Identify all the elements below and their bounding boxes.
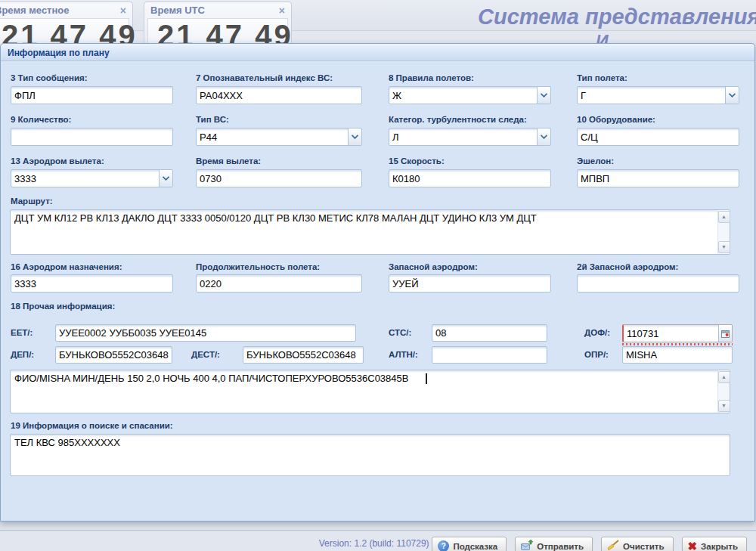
version-text: Version: 1.2 (build: 110729) xyxy=(319,538,429,549)
clock-utc-title: Время UTC xyxy=(150,5,205,16)
label-destination-aerodrome: 16 Аэродром назначения: xyxy=(11,262,122,271)
other-info-textarea[interactable]: ФИО/MISHA МИН/ДЕНЬ 150 2,0 НОЧЬ 400 4,0 … xyxy=(10,370,730,413)
speed-input[interactable] xyxy=(389,169,551,187)
label-dof: ДОФ/: xyxy=(584,328,610,337)
scroll-up-icon[interactable]: ▲ xyxy=(718,371,730,383)
label-route: Маршрут: xyxy=(11,197,53,206)
close-button[interactable]: ✖ Закрыть xyxy=(682,537,747,551)
label-dep: ДЕП/: xyxy=(11,350,34,359)
label-aircraft-id: 7 Опознавательный индекс ВС: xyxy=(196,73,333,82)
dialog-title: Информация по плану xyxy=(1,44,754,61)
equipment-input[interactable] xyxy=(577,128,739,146)
sar-info-field: ТЕЛ КВС 985ХХХХХХХ xyxy=(10,434,730,476)
label-departure-time: Время вылета: xyxy=(196,156,261,166)
label-equipment: 10 Оборудование: xyxy=(577,115,655,124)
flight-duration-input[interactable] xyxy=(196,274,362,293)
label-number: 9 Количество: xyxy=(11,115,71,124)
eet-input[interactable] xyxy=(55,324,356,342)
scroll-down-icon[interactable]: ▼ xyxy=(718,400,730,412)
label-second-alternate-aerodrome: 2й Запасной аэродром: xyxy=(577,262,678,271)
calendar-icon[interactable] xyxy=(718,325,732,342)
text-cursor xyxy=(426,373,427,384)
clock-utc-body: 21 47 49 xyxy=(147,18,288,46)
clock-panel-local: Время местное × 21 47 49 xyxy=(0,2,133,47)
dof-invalid-underline xyxy=(622,343,733,345)
label-eet: ЕЕТ/: xyxy=(11,328,33,337)
aircraft-type-combo[interactable] xyxy=(196,128,362,146)
label-departure-aerodrome: 13 Аэродром вылета: xyxy=(11,156,104,166)
send-icon xyxy=(521,540,533,551)
number-input[interactable] xyxy=(11,128,173,146)
help-button-label: Подсказка xyxy=(453,542,497,551)
close-icon: ✖ xyxy=(688,540,698,551)
help-icon: ? xyxy=(438,540,449,551)
second-alternate-aerodrome-input[interactable] xyxy=(577,274,739,293)
chevron-down-icon[interactable] xyxy=(537,87,550,104)
scroll-up-icon[interactable]: ▲ xyxy=(718,211,730,223)
msg-type-input[interactable] xyxy=(11,86,173,104)
dialog-toolbar: ? Подсказка Отправить Очистить ✖ Закрыть xyxy=(432,537,747,551)
wake-turbulence-value[interactable] xyxy=(389,128,537,145)
flight-type-combo[interactable] xyxy=(577,86,739,104)
help-button[interactable]: ? Подсказка xyxy=(432,537,507,551)
chevron-down-icon[interactable] xyxy=(348,128,361,145)
close-icon[interactable]: × xyxy=(120,6,126,15)
chevron-down-icon[interactable] xyxy=(537,128,550,145)
route-textarea[interactable]: ДЦТ УМ КЛ12 РВ КЛ13 ДАКЛО ДЦТ 3333 0050/… xyxy=(10,209,730,255)
departure-aerodrome-value[interactable] xyxy=(11,170,159,187)
dep-input[interactable] xyxy=(55,346,172,364)
clear-button-label: Очистить xyxy=(623,542,665,551)
label-aircraft-type: Тип ВС: xyxy=(196,115,229,124)
sar-info-textarea[interactable]: ТЕЛ КВС 985ХХХХХХХ xyxy=(10,434,730,476)
label-wake-turbulence: Категор. турбулентности следа: xyxy=(389,115,527,124)
chevron-down-icon[interactable] xyxy=(725,87,739,104)
scroll-down-icon[interactable]: ▼ xyxy=(718,241,730,253)
departure-time-input[interactable] xyxy=(196,169,362,187)
label-flight-type: Тип полета: xyxy=(577,73,627,82)
label-dest: ДЕСТ/: xyxy=(191,350,220,359)
label-alternate-aerodrome: Запасной аэродром: xyxy=(389,262,478,271)
aircraft-type-value[interactable] xyxy=(197,128,348,145)
clock-local-body: 21 47 49 xyxy=(0,18,129,46)
other-info-field: ФИО/MISHA МИН/ДЕНЬ 150 2,0 НОЧЬ 400 4,0 … xyxy=(10,370,730,413)
scrollbar[interactable]: ▲ ▼ xyxy=(717,370,730,413)
label-opr: ОПР/: xyxy=(584,350,609,359)
label-altn: АЛТН/: xyxy=(389,350,418,359)
flight-plan-dialog: Информация по плану 3 Тип сообщения: 7 О… xyxy=(0,43,755,522)
label-flight-rules: 8 Правила полетов: xyxy=(389,73,474,82)
destination-aerodrome-input[interactable] xyxy=(11,274,173,293)
route-field: ДЦТ УМ КЛ12 РВ КЛ13 ДАКЛО ДЦТ 3333 0050/… xyxy=(10,209,730,255)
altn-input[interactable] xyxy=(432,346,547,364)
label-sts: СТС/: xyxy=(389,328,411,337)
scrollbar[interactable]: ▲ ▼ xyxy=(717,210,730,254)
aircraft-id-input[interactable] xyxy=(196,86,362,104)
flight-rules-value[interactable] xyxy=(389,87,537,104)
send-button[interactable]: Отправить xyxy=(515,537,593,551)
dof-field[interactable] xyxy=(622,324,733,342)
dof-input[interactable] xyxy=(624,325,718,342)
label-flight-duration: Продолжительность полета: xyxy=(196,262,320,271)
flight-type-value[interactable] xyxy=(578,87,725,104)
alternate-aerodrome-input[interactable] xyxy=(389,274,551,293)
broom-icon xyxy=(607,540,619,551)
departure-aerodrome-combo[interactable] xyxy=(11,169,173,187)
opr-input[interactable] xyxy=(622,346,733,364)
clock-local-title: Время местное xyxy=(0,5,70,16)
label-level: Эшелон: xyxy=(577,156,614,166)
chevron-down-icon[interactable] xyxy=(159,170,172,187)
close-icon[interactable]: × xyxy=(279,6,285,15)
send-button-label: Отправить xyxy=(537,542,584,551)
label-speed: 15 Скорость: xyxy=(389,156,445,166)
label-msg-type: 3 Тип сообщения: xyxy=(11,73,88,82)
sts-input[interactable] xyxy=(432,324,547,342)
flight-rules-combo[interactable] xyxy=(389,86,551,104)
wake-turbulence-combo[interactable] xyxy=(389,128,551,146)
section-sar-info: 19 Информация о поиске и спасании: xyxy=(11,421,173,430)
app-title: Система представления xyxy=(478,5,756,32)
level-input[interactable] xyxy=(577,169,739,187)
clock-panel-utc: Время UTC × 21 47 49 xyxy=(144,2,292,47)
section-other-info: 18 Прочая информация: xyxy=(11,302,115,311)
clear-button[interactable]: Очистить xyxy=(601,537,674,551)
dest-input[interactable] xyxy=(243,346,364,364)
close-button-label: Закрыть xyxy=(701,542,738,551)
